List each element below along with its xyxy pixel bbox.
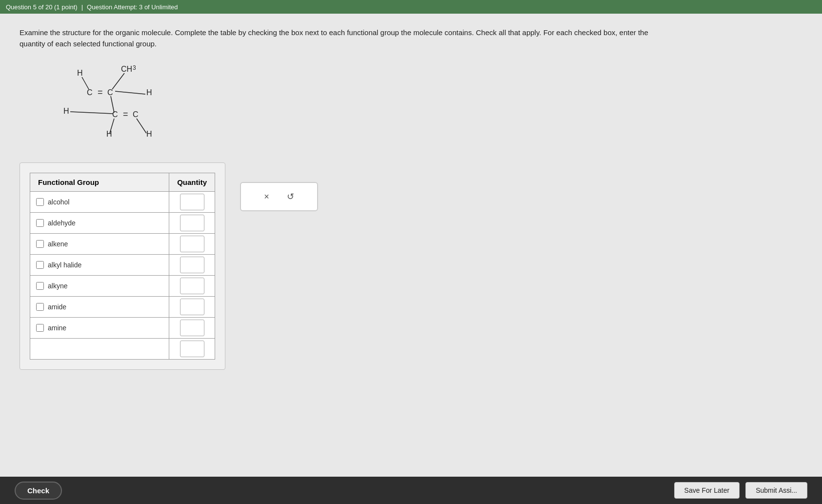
quantity-input-5[interactable] — [180, 299, 204, 315]
quantity-input-4[interactable] — [180, 278, 204, 294]
checkbox-aldehyde[interactable] — [36, 219, 44, 227]
checkbox-label-6[interactable]: amine — [36, 324, 163, 332]
quantity-cell-2 — [169, 234, 215, 255]
molecule-container: H CH 3 C = C H H C = C H H — [49, 61, 802, 149]
save-for-later-button[interactable]: Save For Later — [674, 482, 740, 499]
quantity-input-0[interactable] — [180, 194, 204, 210]
table-section: Functional Group Quantity alcoholaldehyd… — [20, 162, 225, 370]
quantity-input-6[interactable] — [180, 320, 204, 336]
svg-line-5 — [137, 119, 146, 133]
quantity-cell-6 — [169, 318, 215, 339]
quantity-input-1[interactable] — [180, 215, 204, 231]
table-row-label-3: alkyl halide — [30, 255, 169, 276]
checkbox-alkene[interactable] — [36, 240, 44, 248]
checkbox-label-2[interactable]: alkene — [36, 240, 163, 248]
atom-H5: H — [146, 130, 152, 138]
quantity-cell-1 — [169, 213, 215, 234]
checkbox-label-3[interactable]: alkyl halide — [36, 261, 163, 269]
bottom-bar: Check Save For Later Submit Assi... — [0, 477, 822, 504]
table-row-label-2: alkene — [30, 234, 169, 255]
atom-H3: H — [63, 107, 69, 115]
action-buttons-area: × ↺ — [240, 182, 318, 211]
quantity-input-7[interactable] — [180, 341, 204, 357]
double-bond-2: = — [123, 109, 128, 119]
bottom-right-buttons: Save For Later Submit Assi... — [674, 482, 807, 499]
checkbox-alcohol[interactable] — [36, 198, 44, 206]
instructions: Examine the structure for the organic mo… — [20, 27, 654, 49]
main-content: Examine the structure for the organic mo… — [0, 14, 822, 504]
checkbox-label-1[interactable]: aldehyde — [36, 219, 163, 227]
close-button[interactable]: × — [260, 190, 273, 204]
quantity-input-3[interactable] — [180, 257, 204, 273]
checkbox-label-4[interactable]: alkyne — [36, 282, 163, 290]
question-info: Question 5 of 20 (1 point) — [6, 3, 78, 11]
svg-line-0 — [82, 77, 89, 89]
atom-C1: C — [87, 88, 93, 97]
undo-button[interactable]: ↺ — [283, 189, 298, 204]
double-bond-1: = — [98, 87, 103, 97]
quantity-cell-3 — [169, 255, 215, 276]
svg-line-3 — [70, 112, 113, 114]
col-header-quantity: Quantity — [169, 173, 215, 192]
attempt-info: Question Attempt: 3 of Unlimited — [87, 3, 178, 11]
checkbox-label-0[interactable]: alcohol — [36, 198, 163, 206]
atom-H2: H — [146, 88, 152, 97]
svg-line-2 — [115, 91, 145, 94]
checkbox-amide[interactable] — [36, 303, 44, 311]
atom-C2: C — [107, 88, 113, 97]
table-row-label-4: alkyne — [30, 276, 169, 297]
quantity-cell-0 — [169, 192, 215, 213]
quantity-cell-4 — [169, 276, 215, 297]
submit-button[interactable]: Submit Assi... — [745, 482, 807, 499]
checkbox-alkyl halide[interactable] — [36, 261, 44, 269]
molecule-diagram: H CH 3 C = C H H C = C H H — [49, 61, 195, 149]
check-button[interactable]: Check — [15, 482, 62, 500]
atom-C4: C — [133, 110, 139, 119]
table-row-label-5: amide — [30, 297, 169, 318]
quantity-input-2[interactable] — [180, 236, 204, 252]
svg-line-1 — [112, 73, 124, 89]
table-row-label-6: amine — [30, 318, 169, 339]
atom-H1: H — [77, 69, 83, 77]
table-row-label-7 — [30, 339, 169, 360]
atom-C3: C — [112, 110, 118, 119]
quantity-cell-7 — [169, 339, 215, 360]
checkbox-label-5[interactable]: amide — [36, 303, 163, 311]
action-box: × ↺ — [240, 182, 318, 211]
atom-H4: H — [106, 130, 112, 138]
col-header-functional-group: Functional Group — [30, 173, 169, 192]
top-bar: Question 5 of 20 (1 point) | Question At… — [0, 0, 822, 14]
checkbox-amine[interactable] — [36, 324, 44, 332]
table-row-label-0: alcohol — [30, 192, 169, 213]
functional-group-table: Functional Group Quantity alcoholaldehyd… — [30, 173, 215, 360]
separator: | — [81, 3, 83, 11]
checkbox-alkyne[interactable] — [36, 282, 44, 290]
quantity-cell-5 — [169, 297, 215, 318]
atom-CH3-sub: 3 — [133, 64, 136, 71]
table-row-label-1: aldehyde — [30, 213, 169, 234]
atom-CH3: CH — [121, 65, 132, 73]
